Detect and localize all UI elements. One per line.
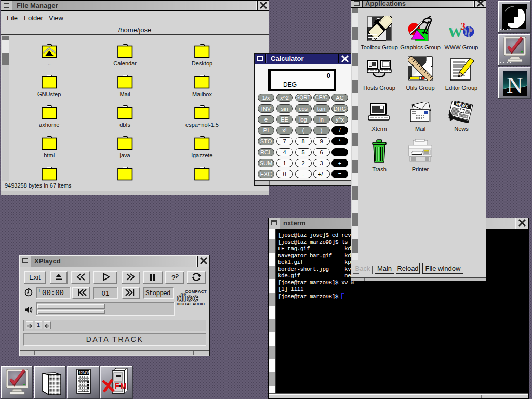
svg-text:FM: FM	[115, 382, 127, 390]
svg-text:N: N	[507, 73, 523, 96]
svg-text:123456: 123456	[79, 371, 90, 375]
